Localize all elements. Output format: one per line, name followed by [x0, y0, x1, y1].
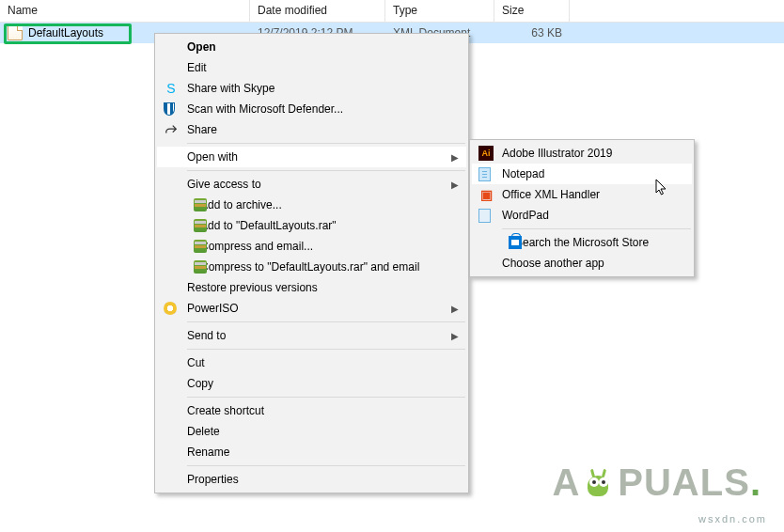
mouse-cursor-icon — [655, 179, 668, 197]
menu-cut[interactable]: Cut — [157, 352, 466, 373]
menu-separator — [502, 228, 691, 229]
winrar-icon — [194, 219, 207, 232]
menu-separator — [187, 465, 465, 466]
open-with-submenu: AiAdobe Illustrator 2019 Notepad ▣Office… — [469, 139, 695, 277]
menu-separator — [187, 321, 465, 322]
brand-text: PUALS — [618, 462, 750, 504]
submenu-arrow-icon: ▶ — [451, 331, 459, 341]
column-header-name[interactable]: Name — [0, 0, 250, 22]
brand-dot: . — [750, 462, 761, 504]
column-headers: Name Date modified Type Size — [0, 0, 784, 23]
ms-store-icon — [509, 236, 522, 249]
menu-scan-defender[interactable]: Scan with Microsoft Defender... — [157, 99, 466, 119]
menu-send-to[interactable]: Send to▶ — [157, 325, 466, 346]
winrar-icon — [194, 260, 207, 274]
office-xml-icon: ▣ — [478, 187, 494, 202]
watermark-logo: A PUALS . — [552, 462, 761, 504]
column-header-date[interactable]: Date modified — [250, 0, 385, 22]
context-menu: Open Edit SShare with Skype Scan with Mi… — [154, 33, 469, 493]
menu-restore-previous[interactable]: Restore previous versions — [157, 277, 466, 298]
submenu-search-store[interactable]: Search the Microsoft Store — [472, 232, 692, 253]
brand-text: A — [552, 462, 580, 504]
wordpad-icon — [478, 209, 491, 223]
file-explorer-window: { "columns": { "name": "Name", "date": "… — [0, 0, 784, 532]
menu-add-rar[interactable]: Add to "DefaultLayouts.rar" — [157, 215, 466, 236]
winrar-icon — [194, 240, 207, 253]
submenu-illustrator[interactable]: AiAdobe Illustrator 2019 — [472, 143, 692, 164]
file-icon — [8, 25, 23, 40]
defender-icon — [164, 102, 175, 116]
menu-separator — [187, 349, 465, 350]
submenu-arrow-icon: ▶ — [451, 304, 459, 314]
submenu-wordpad[interactable]: WordPad — [472, 205, 692, 226]
menu-poweriso[interactable]: PowerISO▶ — [157, 298, 466, 319]
menu-compress-email[interactable]: Compress and email... — [157, 236, 466, 257]
menu-share[interactable]: Share — [157, 119, 466, 140]
notepad-icon — [478, 167, 491, 181]
share-icon — [164, 122, 179, 137]
menu-separator — [187, 143, 465, 144]
menu-open[interactable]: Open — [157, 37, 466, 57]
menu-compress-rar-email[interactable]: Compress to "DefaultLayouts.rar" and ema… — [157, 257, 466, 277]
illustrator-icon: Ai — [478, 146, 494, 161]
menu-properties[interactable]: Properties — [157, 469, 466, 490]
file-name-label: DefaultLayouts — [28, 26, 103, 39]
submenu-arrow-icon: ▶ — [451, 180, 459, 190]
submenu-arrow-icon: ▶ — [451, 152, 459, 163]
menu-separator — [187, 397, 465, 398]
watermark-site: wsxdn.com — [698, 513, 767, 524]
menu-delete[interactable]: Delete — [157, 421, 466, 442]
menu-rename[interactable]: Rename — [157, 442, 466, 462]
winrar-icon — [194, 198, 207, 211]
mascot-icon — [582, 466, 616, 500]
menu-create-shortcut[interactable]: Create shortcut — [157, 400, 466, 421]
menu-open-with[interactable]: Open with▶ — [157, 147, 466, 167]
submenu-choose-another[interactable]: Choose another app — [472, 253, 692, 274]
menu-give-access[interactable]: Give access to▶ — [157, 174, 466, 195]
menu-copy[interactable]: Copy — [157, 373, 466, 394]
poweriso-icon — [164, 302, 177, 315]
column-header-size[interactable]: Size — [494, 0, 570, 22]
menu-add-archive[interactable]: Add to archive... — [157, 195, 466, 215]
menu-edit[interactable]: Edit — [157, 57, 466, 78]
menu-share-skype[interactable]: SShare with Skype — [157, 78, 466, 99]
skype-icon: S — [164, 81, 179, 96]
menu-separator — [187, 170, 465, 171]
column-header-type[interactable]: Type — [385, 0, 494, 22]
file-size-cell: 63 KB — [494, 24, 570, 41]
